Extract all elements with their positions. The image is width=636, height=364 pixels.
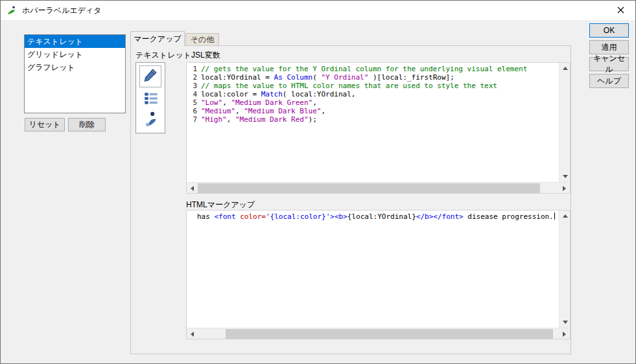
list-icon-cell[interactable]	[141, 90, 161, 109]
apply-button[interactable]: 適用	[589, 40, 629, 54]
code-line: has <font color='{local:color}'><b>{loca…	[187, 212, 559, 221]
jsl-horizontal-scrollbar[interactable]	[187, 182, 570, 193]
html-markup-text-area[interactable]: has <font color='{local:color}'><b>{loca…	[187, 210, 559, 328]
markup-tab-panel: テキストレットJSL変数	[130, 45, 571, 354]
line-number: 5	[187, 98, 201, 107]
code-line: 1// gets the value for the Y Ordinal col…	[187, 65, 559, 73]
lettering-type-list: テキストレット グリッドレット グラフレット	[24, 34, 126, 113]
scroll-down-arrow[interactable]	[559, 317, 571, 328]
text-caret	[554, 212, 555, 220]
code-line: 2local:YOrdinal = As Column( "Y Ordinal"…	[187, 73, 559, 82]
list-item[interactable]: グリッドレット	[25, 48, 125, 61]
html-markup-editor: has <font color='{local:color}'><b>{loca…	[186, 210, 571, 339]
line-number: 1	[187, 65, 201, 73]
tab-other[interactable]: その他	[185, 33, 219, 45]
jsl-code-text-area[interactable]: 1// gets the value for the Y Ordinal col…	[187, 63, 559, 182]
help-button[interactable]: ヘルプ	[589, 74, 629, 88]
jsl-vertical-scrollbar[interactable]	[559, 63, 570, 182]
jsl-code-editor: 1// gets the value for the Y Ordinal col…	[186, 62, 571, 194]
line-number: 3	[187, 82, 201, 90]
list-item[interactable]: グラフレット	[25, 61, 125, 74]
close-button[interactable]	[606, 1, 635, 20]
scrollbar-thumb[interactable]	[226, 329, 553, 339]
hover-label-editor-window: ホバーラベルエディタ テキストレット グリッドレット グラフレット リセット 削…	[0, 0, 636, 364]
ok-button[interactable]: OK	[589, 23, 629, 38]
app-icon	[6, 5, 17, 16]
scroll-down-arrow[interactable]	[559, 171, 571, 182]
window-title: ホバーラベルエディタ	[22, 5, 102, 16]
scroll-left-arrow[interactable]	[187, 183, 198, 194]
scroll-left-arrow[interactable]	[187, 328, 198, 339]
scroll-right-arrow[interactable]	[559, 328, 570, 339]
scroll-right-arrow[interactable]	[559, 183, 570, 194]
code-line: 5"Low", "Medium Dark Green",	[187, 98, 559, 107]
scroll-up-arrow[interactable]	[559, 210, 571, 222]
close-icon	[617, 5, 624, 16]
list-item[interactable]: テキストレット	[25, 35, 125, 48]
edit-pencil-cell[interactable]	[139, 65, 161, 87]
delete-button[interactable]: 削除	[68, 118, 106, 131]
html-horizontal-scrollbar[interactable]	[187, 328, 570, 339]
pencil-icon	[142, 67, 159, 86]
line-number: 4	[187, 90, 201, 98]
line-number: 6	[187, 107, 201, 115]
tab-markup[interactable]: マークアップ	[130, 31, 185, 46]
code-line: 6"Medium", "Medium Dark Blue",	[187, 107, 559, 115]
code-line: 7"High", "Medium Dark Red");	[187, 115, 559, 124]
jsl-variables-label: テキストレットJSL変数	[135, 50, 220, 61]
titlebar[interactable]: ホバーラベルエディタ	[1, 1, 635, 20]
list-icon	[143, 90, 159, 109]
scrollbar-thumb[interactable]	[198, 183, 540, 193]
reset-button[interactable]: リセット	[25, 118, 65, 131]
cancel-button[interactable]: キャンセル	[589, 57, 629, 71]
person-icon-cell[interactable]	[141, 111, 161, 130]
line-number: 7	[187, 115, 201, 124]
textlet-icon-strip	[135, 62, 165, 133]
line-number: 2	[187, 73, 201, 82]
person-icon	[143, 111, 159, 130]
html-vertical-scrollbar[interactable]	[559, 210, 570, 328]
scroll-up-arrow[interactable]	[559, 63, 571, 74]
code-line: 4local:color = Match( local:YOrdinal,	[187, 90, 559, 98]
code-line: 3// maps the value to HTML color names t…	[187, 82, 559, 90]
html-markup-label: HTMLマークアップ	[186, 199, 255, 210]
